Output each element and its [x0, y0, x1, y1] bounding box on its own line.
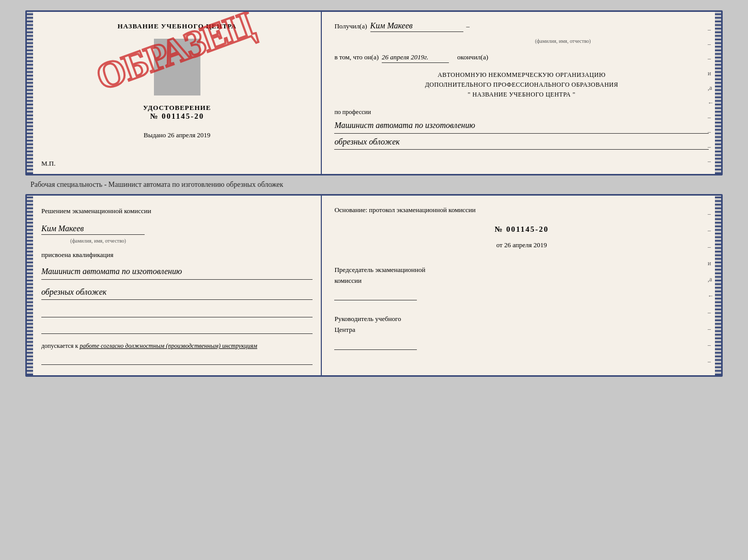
ot-date-bottom: от 26 апреля 2019	[334, 241, 709, 249]
spine-left-bottom	[27, 196, 33, 375]
spine-right-top	[715, 12, 721, 174]
fio-subtitle-bottom: (фамилия, имя, отчество)	[41, 238, 155, 244]
rukovoditel-block: Руководитель учебного Центра	[334, 314, 709, 350]
vydano-line: Выдано 26 апреля 2019	[144, 131, 210, 139]
right-indicators-bottom: – – – и ,а ← – – – –	[708, 206, 714, 370]
org-line3: " НАЗВАНИЕ УЧЕБНОГО ЦЕНТРА "	[334, 90, 709, 100]
right-indicators-top: – – – и ,а ← – – – –	[708, 22, 714, 169]
prisvoena-text: присвоена квалификация	[41, 251, 313, 259]
cert-bottom-right: Основание: протокол экзаменационной коми…	[322, 196, 721, 375]
ot-date-value: 26 апреля 2019	[504, 241, 547, 249]
dopuskaetsya-italic: работе согласно должностным (производств…	[80, 342, 257, 349]
profession-label-top: по профессии	[334, 108, 371, 116]
rukovoditel-line1: Руководитель учебного	[334, 315, 401, 323]
cert-number-top: № 001145-20	[143, 112, 211, 121]
rukovoditel-line2: Центра	[334, 326, 355, 333]
okoncil-label: окончил(а)	[457, 53, 488, 61]
osnovanie-text: Основание: протокол экзаменационной коми…	[334, 205, 709, 216]
org-block: АВТОНОМНУЮ НЕКОММЕРЧЕСКУЮ ОРГАНИЗАЦИЮ ДО…	[334, 70, 709, 100]
poluchil-name: Ким Макеев	[370, 21, 463, 32]
dopuskaetsya-text: допускается к работе согласно должностны…	[41, 341, 313, 351]
cert-bottom-left: Решением экзаменационной комиссии Ким Ма…	[33, 196, 322, 375]
poluchil-subtitle: (фамилия, имя, отчество)	[376, 38, 723, 44]
empty-line-1	[41, 308, 313, 317]
rukovoditel-sign-line	[334, 340, 417, 350]
resheniem-label: Решением экзаменационной комиссии	[41, 207, 151, 215]
bottom-line-rule	[41, 358, 313, 365]
profession-line2-top: обрезных обложек	[334, 135, 709, 150]
udostoverenie-block: УДОСТОВЕРЕНИЕ № 001145-20	[143, 104, 211, 121]
predsedatel-sign-line	[334, 290, 417, 300]
org-line2: ДОПОЛНИТЕЛЬНОГО ПРОФЕССИОНАЛЬНОГО ОБРАЗО…	[334, 80, 709, 90]
poluchil-line: Получил(а) Ким Макеев –	[334, 21, 709, 32]
vtom-label: в том, что он(а)	[334, 53, 379, 61]
dash-after-name: –	[466, 22, 470, 30]
org-line1: АВТОНОМНУЮ НЕКОММЕРЧЕСКУЮ ОРГАНИЗАЦИЮ	[334, 70, 709, 80]
komissia-name: Ким Макеев	[41, 224, 145, 235]
predsedatel-line2: комиссии	[334, 277, 362, 284]
empty-line-2	[41, 325, 313, 334]
middle-label: Рабочая специальность - Машинист автомат…	[25, 181, 283, 189]
vtom-date: 26 апреля 2019г.	[382, 53, 449, 63]
spine-left	[27, 12, 33, 174]
cert-right-top: Получил(а) Ким Макеев – (фамилия, имя, о…	[322, 12, 721, 174]
profession-line1-top: Машинист автомата по изготовлению	[334, 118, 709, 134]
vydano-label: Выдано	[144, 131, 166, 139]
mp-line: М.П.	[41, 159, 55, 168]
document-container: НАЗВАНИЕ УЧЕБНОГО ЦЕНТРА УДОСТОВЕРЕНИЕ №…	[25, 10, 723, 377]
empty-lines-block	[41, 308, 313, 334]
poluchil-label: Получил(а)	[334, 22, 367, 30]
predsedatel-line1: Председатель экзаменационной	[334, 266, 425, 274]
predsedatel-block: Председатель экзаменационной комиссии	[334, 265, 709, 301]
profession-block-top: по профессии Машинист автомата по изгото…	[334, 107, 709, 150]
school-title-top: НАЗВАНИЕ УЧЕБНОГО ЦЕНТРА	[117, 22, 237, 30]
resheniem-text: Решением экзаменационной комиссии	[41, 206, 313, 217]
protocol-number-bottom: № 001145-20	[334, 225, 709, 234]
vydano-date: 26 апреля 2019	[168, 131, 211, 139]
certificate-bottom: Решением экзаменационной комиссии Ким Ма…	[25, 194, 723, 377]
dopuskaetsya-prefix: допускается к	[41, 342, 78, 349]
kvalif-line1: Машинист автомата по изготовлению	[41, 264, 313, 280]
spine-right-bottom	[715, 196, 721, 375]
udostoverenie-title: УДОСТОВЕРЕНИЕ	[143, 104, 211, 112]
cert-left: НАЗВАНИЕ УЧЕБНОГО ЦЕНТРА УДОСТОВЕРЕНИЕ №…	[33, 12, 322, 174]
photo-placeholder	[154, 39, 200, 95]
ot-label: от	[496, 241, 503, 249]
kvalif-line2: обрезных обложек	[41, 285, 313, 300]
certificate-top: НАЗВАНИЕ УЧЕБНОГО ЦЕНТРА УДОСТОВЕРЕНИЕ №…	[25, 10, 723, 175]
vtom-line: в том, что он(а) 26 апреля 2019г. окончи…	[334, 53, 709, 63]
